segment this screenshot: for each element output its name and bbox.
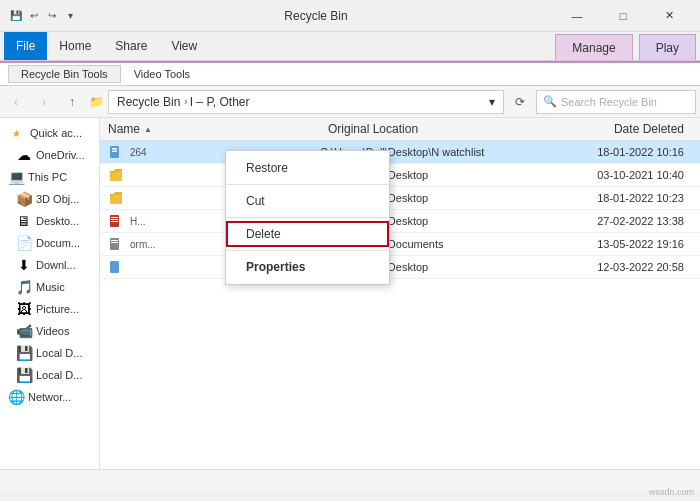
table-row[interactable]: C:\Users\Dell\Desktop 12-03-2022 20:58 xyxy=(100,256,700,279)
svg-rect-9 xyxy=(110,238,119,250)
drive-icon-d: 💾 xyxy=(16,367,32,383)
ctx-restore[interactable]: Restore xyxy=(226,155,389,181)
refresh-button[interactable]: ⟳ xyxy=(508,90,532,114)
table-row[interactable]: H... C:\Users\Dell\Desktop 27-02-2022 13… xyxy=(100,210,700,233)
maximize-button[interactable]: □ xyxy=(600,0,646,32)
tab-manage[interactable]: Manage xyxy=(555,34,632,60)
quick-access-toolbar: 💾 ↩ ↪ ▾ xyxy=(8,8,78,24)
sidebar-item-documents[interactable]: 📄 Docum... xyxy=(0,232,99,254)
sidebar-item-onedrive[interactable]: ☁ OneDriv... xyxy=(0,144,99,166)
file-date-0: 18-01-2022 10:16 xyxy=(552,146,692,158)
col-header-date[interactable]: Date Deleted xyxy=(552,122,692,136)
sidebar-item-pictures[interactable]: 🖼 Picture... xyxy=(0,298,99,320)
ribbon-tools-bar: Recycle Bin Tools Video Tools xyxy=(0,61,700,85)
sort-arrow-name: ▲ xyxy=(144,125,152,134)
tab-share[interactable]: Share xyxy=(103,32,159,60)
file-list-area: Name ▲ Original Location Date Deleted 26… xyxy=(100,118,700,469)
location-icon: 📁 xyxy=(88,94,104,110)
search-box[interactable]: 🔍 Search Recycle Bin xyxy=(536,90,696,114)
back-button[interactable]: ‹ xyxy=(4,90,28,114)
table-row[interactable]: orm... C:\Users\Dell\Documents 13-05-202… xyxy=(100,233,700,256)
svg-rect-11 xyxy=(111,242,118,243)
svg-rect-6 xyxy=(111,217,118,218)
computer-icon: 💻 xyxy=(8,169,24,185)
sidebar-item-music[interactable]: 🎵 Music xyxy=(0,276,99,298)
path-dropdown-arrow[interactable]: ▾ xyxy=(489,95,495,109)
undo-icon[interactable]: ↩ xyxy=(26,8,42,24)
redo-icon[interactable]: ↪ xyxy=(44,8,60,24)
status-bar xyxy=(0,469,700,491)
window-title: Recycle Bin xyxy=(78,9,554,23)
title-bar-left: 💾 ↩ ↪ ▾ xyxy=(8,8,78,24)
ctx-properties[interactable]: Properties xyxy=(226,254,389,280)
sidebar: ★ Quick ac... ☁ OneDriv... 💻 This PC 📦 3… xyxy=(0,118,100,469)
title-text: Recycle Bin xyxy=(284,9,347,23)
drive-icon-c: 💾 xyxy=(16,345,32,361)
title-bar: 💾 ↩ ↪ ▾ Recycle Bin — □ ✕ xyxy=(0,0,700,32)
search-placeholder: Search Recycle Bin xyxy=(561,96,657,108)
context-menu: Restore Cut Delete Properties xyxy=(225,150,390,285)
svg-rect-12 xyxy=(110,261,119,273)
tab-video-tools[interactable]: Video Tools xyxy=(121,65,203,83)
folder-pictures-icon: 🖼 xyxy=(16,301,32,317)
ctx-delete[interactable]: Delete xyxy=(226,221,389,247)
forward-button[interactable]: › xyxy=(32,90,56,114)
folder-videos-icon: 📹 xyxy=(16,323,32,339)
close-button[interactable]: ✕ xyxy=(646,0,692,32)
file-icon-0 xyxy=(108,144,124,160)
address-bar: ‹ › ↑ 📁 Recycle Bin › I – P, Other ▾ ⟳ 🔍… xyxy=(0,86,700,118)
file-date-3: 27-02-2022 13:38 xyxy=(552,215,692,227)
window-controls: — □ ✕ xyxy=(554,0,692,32)
folder-desktop-icon: 🖥 xyxy=(16,213,32,229)
sidebar-item-quick-access[interactable]: ★ Quick ac... xyxy=(0,122,99,144)
watermark: wsxdn.com xyxy=(649,487,694,497)
file-date-1: 03-10-2021 10:40 xyxy=(552,169,692,181)
star-icon: ★ xyxy=(8,125,24,141)
sidebar-item-local-d1[interactable]: 💾 Local D... xyxy=(0,342,99,364)
sidebar-item-videos[interactable]: 📹 Videos xyxy=(0,320,99,342)
ctx-separator-1 xyxy=(226,184,389,185)
properties-icon[interactable]: ▾ xyxy=(62,8,78,24)
table-row[interactable]: C:\Users\Dell\Desktop 18-01-2022 10:23 xyxy=(100,187,700,210)
sidebar-item-desktop[interactable]: 🖥 Deskto... xyxy=(0,210,99,232)
sidebar-item-3dobj[interactable]: 📦 3D Obj... xyxy=(0,188,99,210)
search-icon: 🔍 xyxy=(543,95,557,108)
folder-downloads-icon: ⬇ xyxy=(16,257,32,273)
sidebar-item-downloads[interactable]: ⬇ Downl... xyxy=(0,254,99,276)
path-current: I – P, Other xyxy=(190,95,250,109)
col-header-name[interactable]: Name ▲ xyxy=(108,122,328,136)
table-row[interactable]: C:\Users\Dell\Desktop 03-10-2021 10:40 xyxy=(100,164,700,187)
cloud-icon: ☁ xyxy=(16,147,32,163)
file-icon-1 xyxy=(108,167,124,183)
svg-rect-8 xyxy=(111,221,118,222)
svg-rect-7 xyxy=(111,219,118,220)
network-icon: 🌐 xyxy=(8,389,24,405)
file-icon-4 xyxy=(108,236,124,252)
path-recycle-bin: Recycle Bin › xyxy=(117,95,190,109)
file-date-5: 12-03-2022 20:58 xyxy=(552,261,692,273)
tab-view[interactable]: View xyxy=(159,32,209,60)
tab-home[interactable]: Home xyxy=(47,32,103,60)
up-button[interactable]: ↑ xyxy=(60,90,84,114)
main-area: ★ Quick ac... ☁ OneDriv... 💻 This PC 📦 3… xyxy=(0,118,700,469)
sidebar-item-network[interactable]: 🌐 Networ... xyxy=(0,386,99,408)
ribbon: File Home Share View Manage Play Re xyxy=(0,32,700,86)
folder-docs-icon: 📄 xyxy=(16,235,32,251)
col-header-location[interactable]: Original Location xyxy=(328,122,552,136)
svg-rect-2 xyxy=(112,151,117,153)
sidebar-item-local-d2[interactable]: 💾 Local D... xyxy=(0,364,99,386)
address-path[interactable]: Recycle Bin › I – P, Other ▾ xyxy=(108,90,504,114)
table-row[interactable]: 264 C:\Users\Dell\Desktop\N watchlist 18… xyxy=(100,141,700,164)
sidebar-item-this-pc[interactable]: 💻 This PC xyxy=(0,166,99,188)
tab-play[interactable]: Play xyxy=(639,34,696,60)
svg-rect-10 xyxy=(111,240,118,241)
file-icon-5 xyxy=(108,259,124,275)
tab-recycle-bin-tools[interactable]: Recycle Bin Tools xyxy=(8,65,121,83)
file-list-header: Name ▲ Original Location Date Deleted xyxy=(100,118,700,141)
ctx-cut[interactable]: Cut xyxy=(226,188,389,214)
save-icon[interactable]: 💾 xyxy=(8,8,24,24)
ctx-separator-3 xyxy=(226,250,389,251)
minimize-button[interactable]: — xyxy=(554,0,600,32)
tab-file[interactable]: File xyxy=(4,32,47,60)
file-date-2: 18-01-2022 10:23 xyxy=(552,192,692,204)
